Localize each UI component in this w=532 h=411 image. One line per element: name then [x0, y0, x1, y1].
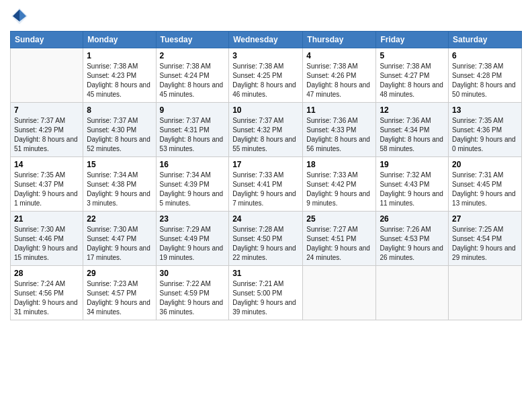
- calendar-week-row: 1Sunrise: 7:38 AMSunset: 4:23 PMDaylight…: [11, 48, 522, 103]
- day-info: Sunrise: 7:22 AMSunset: 4:59 PMDaylight:…: [160, 279, 226, 317]
- logo: [10, 7, 32, 26]
- calendar-cell: 19Sunrise: 7:32 AMSunset: 4:43 PMDayligh…: [376, 157, 449, 212]
- weekday-header: Friday: [376, 32, 449, 48]
- calendar-cell: 28Sunrise: 7:24 AMSunset: 4:56 PMDayligh…: [11, 266, 83, 320]
- calendar-cell: 31Sunrise: 7:21 AMSunset: 5:00 PMDayligh…: [229, 266, 303, 320]
- logo-icon: [10, 7, 29, 26]
- calendar-cell: 15Sunrise: 7:34 AMSunset: 4:38 PMDayligh…: [83, 157, 156, 212]
- day-info: Sunrise: 7:25 AMSunset: 4:54 PMDaylight:…: [452, 225, 518, 263]
- day-info: Sunrise: 7:29 AMSunset: 4:49 PMDaylight:…: [160, 225, 226, 263]
- header: [10, 7, 522, 26]
- day-info: Sunrise: 7:35 AMSunset: 4:36 PMDaylight:…: [452, 116, 518, 154]
- day-number: 10: [232, 105, 299, 115]
- day-number: 23: [160, 214, 226, 224]
- calendar-cell: 24Sunrise: 7:28 AMSunset: 4:50 PMDayligh…: [229, 212, 303, 266]
- day-number: 27: [452, 214, 518, 224]
- day-number: 21: [14, 214, 79, 224]
- day-number: 8: [87, 105, 152, 115]
- page: SundayMondayTuesdayWednesdayThursdayFrid…: [0, 0, 532, 411]
- day-info: Sunrise: 7:37 AMSunset: 4:30 PMDaylight:…: [87, 116, 152, 154]
- calendar-cell: [11, 48, 83, 103]
- day-info: Sunrise: 7:26 AMSunset: 4:53 PMDaylight:…: [380, 225, 445, 263]
- calendar-cell: [376, 266, 449, 320]
- day-info: Sunrise: 7:37 AMSunset: 4:31 PMDaylight:…: [160, 116, 226, 154]
- calendar-week-row: 14Sunrise: 7:35 AMSunset: 4:37 PMDayligh…: [11, 157, 522, 212]
- day-number: 2: [160, 51, 226, 60]
- day-number: 7: [14, 105, 79, 115]
- calendar-week-row: 7Sunrise: 7:37 AMSunset: 4:29 PMDaylight…: [11, 103, 522, 157]
- calendar-cell: 3Sunrise: 7:38 AMSunset: 4:25 PMDaylight…: [229, 48, 303, 103]
- day-info: Sunrise: 7:32 AMSunset: 4:43 PMDaylight:…: [380, 171, 445, 208]
- day-number: 26: [380, 214, 445, 224]
- calendar-cell: 20Sunrise: 7:31 AMSunset: 4:45 PMDayligh…: [449, 157, 522, 212]
- day-info: Sunrise: 7:38 AMSunset: 4:23 PMDaylight:…: [87, 62, 152, 99]
- day-number: 1: [87, 51, 152, 60]
- calendar-week-row: 28Sunrise: 7:24 AMSunset: 4:56 PMDayligh…: [11, 266, 522, 320]
- day-number: 6: [452, 51, 518, 60]
- calendar-cell: 18Sunrise: 7:33 AMSunset: 4:42 PMDayligh…: [303, 157, 376, 212]
- calendar-cell: 17Sunrise: 7:33 AMSunset: 4:41 PMDayligh…: [229, 157, 303, 212]
- day-number: 29: [87, 269, 152, 278]
- calendar-cell: 4Sunrise: 7:38 AMSunset: 4:26 PMDaylight…: [303, 48, 376, 103]
- calendar-cell: 22Sunrise: 7:30 AMSunset: 4:47 PMDayligh…: [83, 212, 156, 266]
- calendar-cell: 30Sunrise: 7:22 AMSunset: 4:59 PMDayligh…: [156, 266, 229, 320]
- calendar-cell: 9Sunrise: 7:37 AMSunset: 4:31 PMDaylight…: [156, 103, 229, 157]
- day-number: 31: [232, 269, 299, 278]
- calendar-cell: 29Sunrise: 7:23 AMSunset: 4:57 PMDayligh…: [83, 266, 156, 320]
- weekday-header: Saturday: [449, 32, 522, 48]
- weekday-header-row: SundayMondayTuesdayWednesdayThursdayFrid…: [11, 32, 522, 48]
- day-info: Sunrise: 7:30 AMSunset: 4:47 PMDaylight:…: [87, 225, 152, 263]
- day-number: 19: [380, 160, 445, 169]
- day-info: Sunrise: 7:38 AMSunset: 4:24 PMDaylight:…: [160, 62, 226, 99]
- day-number: 3: [232, 51, 299, 60]
- day-info: Sunrise: 7:33 AMSunset: 4:42 PMDaylight:…: [306, 171, 372, 208]
- day-info: Sunrise: 7:34 AMSunset: 4:38 PMDaylight:…: [87, 171, 152, 208]
- day-info: Sunrise: 7:36 AMSunset: 4:34 PMDaylight:…: [380, 116, 445, 154]
- day-number: 25: [306, 214, 372, 224]
- day-number: 28: [14, 269, 79, 278]
- calendar-cell: [303, 266, 376, 320]
- day-info: Sunrise: 7:24 AMSunset: 4:56 PMDaylight:…: [14, 279, 79, 317]
- calendar-cell: 14Sunrise: 7:35 AMSunset: 4:37 PMDayligh…: [11, 157, 83, 212]
- day-info: Sunrise: 7:30 AMSunset: 4:46 PMDaylight:…: [14, 225, 79, 263]
- day-number: 4: [306, 51, 372, 60]
- day-info: Sunrise: 7:38 AMSunset: 4:25 PMDaylight:…: [232, 62, 299, 99]
- day-info: Sunrise: 7:31 AMSunset: 4:45 PMDaylight:…: [452, 171, 518, 208]
- day-info: Sunrise: 7:35 AMSunset: 4:37 PMDaylight:…: [14, 171, 79, 208]
- weekday-header: Sunday: [11, 32, 83, 48]
- day-number: 18: [306, 160, 372, 169]
- calendar-cell: 8Sunrise: 7:37 AMSunset: 4:30 PMDaylight…: [83, 103, 156, 157]
- day-info: Sunrise: 7:34 AMSunset: 4:39 PMDaylight:…: [160, 171, 226, 208]
- calendar-cell: 10Sunrise: 7:37 AMSunset: 4:32 PMDayligh…: [229, 103, 303, 157]
- weekday-header: Monday: [83, 32, 156, 48]
- weekday-header: Wednesday: [229, 32, 303, 48]
- day-number: 9: [160, 105, 226, 115]
- calendar-cell: 12Sunrise: 7:36 AMSunset: 4:34 PMDayligh…: [376, 103, 449, 157]
- calendar-cell: 7Sunrise: 7:37 AMSunset: 4:29 PMDaylight…: [11, 103, 83, 157]
- day-number: 5: [380, 51, 445, 60]
- day-info: Sunrise: 7:38 AMSunset: 4:26 PMDaylight:…: [306, 62, 372, 99]
- day-info: Sunrise: 7:36 AMSunset: 4:33 PMDaylight:…: [306, 116, 372, 154]
- day-info: Sunrise: 7:23 AMSunset: 4:57 PMDaylight:…: [87, 279, 152, 317]
- calendar-cell: 26Sunrise: 7:26 AMSunset: 4:53 PMDayligh…: [376, 212, 449, 266]
- calendar-cell: 27Sunrise: 7:25 AMSunset: 4:54 PMDayligh…: [449, 212, 522, 266]
- calendar-cell: 1Sunrise: 7:38 AMSunset: 4:23 PMDaylight…: [83, 48, 156, 103]
- calendar-cell: 21Sunrise: 7:30 AMSunset: 4:46 PMDayligh…: [11, 212, 83, 266]
- day-info: Sunrise: 7:38 AMSunset: 4:28 PMDaylight:…: [452, 62, 518, 99]
- weekday-header: Tuesday: [156, 32, 229, 48]
- day-number: 15: [87, 160, 152, 169]
- calendar-cell: 25Sunrise: 7:27 AMSunset: 4:51 PMDayligh…: [303, 212, 376, 266]
- calendar-cell: 11Sunrise: 7:36 AMSunset: 4:33 PMDayligh…: [303, 103, 376, 157]
- calendar-cell: [449, 266, 522, 320]
- day-number: 20: [452, 160, 518, 169]
- calendar-cell: 6Sunrise: 7:38 AMSunset: 4:28 PMDaylight…: [449, 48, 522, 103]
- weekday-header: Thursday: [303, 32, 376, 48]
- calendar-week-row: 21Sunrise: 7:30 AMSunset: 4:46 PMDayligh…: [11, 212, 522, 266]
- day-number: 11: [306, 105, 372, 115]
- calendar-table: SundayMondayTuesdayWednesdayThursdayFrid…: [10, 31, 522, 320]
- day-info: Sunrise: 7:38 AMSunset: 4:27 PMDaylight:…: [380, 62, 445, 99]
- day-info: Sunrise: 7:27 AMSunset: 4:51 PMDaylight:…: [306, 225, 372, 263]
- day-number: 17: [232, 160, 299, 169]
- calendar-cell: 5Sunrise: 7:38 AMSunset: 4:27 PMDaylight…: [376, 48, 449, 103]
- calendar-cell: 2Sunrise: 7:38 AMSunset: 4:24 PMDaylight…: [156, 48, 229, 103]
